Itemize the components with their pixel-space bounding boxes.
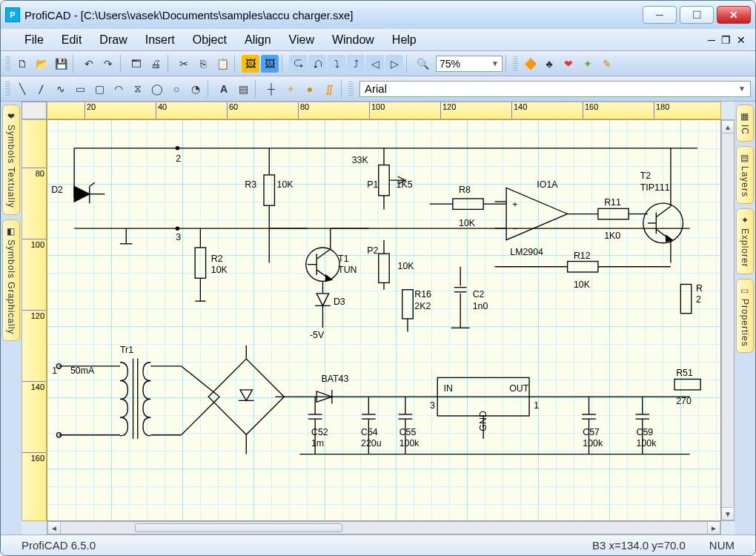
open-icon[interactable]: 📂: [33, 55, 50, 73]
node-add-icon[interactable]: ＋: [282, 80, 299, 98]
svg-text:100k: 100k: [583, 438, 603, 449]
vertical-ruler[interactable]: 80100120140160: [21, 119, 47, 521]
vertical-scrollbar[interactable]: ▲ ▼: [721, 119, 735, 521]
cut-icon[interactable]: ✂: [175, 55, 193, 73]
minimize-button[interactable]: ─: [643, 6, 677, 24]
line-icon[interactable]: ╲: [13, 80, 31, 98]
svg-text:10K: 10K: [398, 261, 415, 271]
svg-text:C57: C57: [583, 427, 600, 437]
image1-icon[interactable]: 🖼: [242, 55, 259, 73]
image2-icon[interactable]: 🖼: [261, 55, 279, 73]
menu-draw[interactable]: Draw: [90, 30, 136, 50]
svg-rect-37: [379, 254, 389, 282]
svg-rect-113: [674, 379, 700, 389]
scroll-left-icon[interactable]: ◄: [47, 522, 61, 534]
menu-edit[interactable]: Edit: [53, 30, 91, 50]
svg-line-80: [182, 366, 220, 397]
redo-icon[interactable]: ↷: [99, 55, 117, 73]
rotate-ccw-icon[interactable]: ⤴: [347, 55, 365, 73]
save-icon[interactable]: 💾: [52, 55, 70, 73]
mirror1-icon[interactable]: ◁: [366, 55, 384, 73]
maximize-button[interactable]: ☐: [680, 6, 714, 24]
rect-icon[interactable]: ▭: [71, 80, 89, 98]
ellipse-icon[interactable]: ◯: [148, 80, 166, 98]
horizontal-ruler[interactable]: 20406080100120140160180: [47, 102, 721, 119]
menu-window[interactable]: Window: [323, 30, 383, 50]
scrollbar-thumb[interactable]: [135, 523, 342, 532]
tab-properties[interactable]: ▭Properties: [736, 279, 754, 354]
scroll-up-icon[interactable]: ▲: [722, 120, 734, 133]
tab-ic[interactable]: ▦IC: [736, 105, 754, 142]
junction-icon[interactable]: ┼: [262, 80, 280, 98]
palette1-icon[interactable]: 🔶: [521, 55, 539, 73]
paste-icon[interactable]: 📋: [213, 55, 231, 73]
menu-help[interactable]: Help: [383, 30, 425, 50]
undo-icon[interactable]: ↶: [80, 55, 98, 73]
print-icon[interactable]: 🖨: [147, 55, 165, 73]
close-button[interactable]: ✕: [717, 6, 751, 24]
tab-symbols-textually[interactable]: ❤Symbols Textually: [2, 105, 20, 215]
flip-h-icon[interactable]: ⮎: [289, 55, 307, 73]
menu-file[interactable]: File: [16, 30, 53, 50]
horizontal-scrollbar[interactable]: ◄ ►: [47, 521, 721, 535]
grid-icon: ◧: [7, 226, 16, 236]
tab-layers[interactable]: ▤Layers: [736, 146, 754, 204]
mdi-controls[interactable]: ─❐✕: [706, 34, 748, 46]
zoom-combo[interactable]: 75%▼: [436, 56, 503, 72]
curve-icon[interactable]: ∿: [52, 80, 70, 98]
hourglass-icon[interactable]: ⧖: [129, 80, 147, 98]
svg-rect-27: [195, 248, 205, 278]
palette3-icon[interactable]: ❤: [560, 55, 577, 73]
palette4-icon[interactable]: ✦: [579, 55, 597, 73]
svg-text:10K: 10K: [574, 279, 591, 290]
roundrect-icon[interactable]: ▢: [90, 80, 108, 98]
menu-object[interactable]: Object: [184, 30, 236, 50]
tab-label: IC: [740, 125, 750, 135]
schematic: +−: [47, 120, 720, 520]
menu-align[interactable]: Align: [236, 30, 280, 50]
svg-text:R51: R51: [676, 368, 693, 378]
titlebar[interactable]: P ProfiCAD - [C:\Users\vasek\Documents\s…: [1, 1, 755, 29]
pie-icon[interactable]: ◔: [187, 80, 205, 98]
window-title: ProfiCAD - [C:\Users\vasek\Documents\sam…: [24, 9, 643, 21]
palette2-icon[interactable]: ♣: [540, 55, 558, 73]
svg-text:50mA: 50mA: [70, 365, 95, 376]
left-panel-tabs: ❤Symbols Textually ◧Symbols Graphically: [1, 102, 21, 535]
drawing-canvas[interactable]: +−: [47, 119, 721, 521]
circle-icon[interactable]: ○: [168, 80, 185, 98]
text-icon[interactable]: A: [215, 80, 233, 98]
menubar: File Edit Draw Insert Object Align View …: [1, 29, 755, 51]
grip-icon[interactable]: [5, 56, 10, 71]
textblock-icon[interactable]: ▤: [234, 80, 252, 98]
copy-icon[interactable]: ⎘: [194, 55, 212, 73]
svg-text:10K: 10K: [211, 265, 228, 275]
tab-symbols-graphically[interactable]: ◧Symbols Graphically: [2, 219, 20, 341]
menu-view[interactable]: View: [280, 30, 323, 50]
flip-v-icon[interactable]: ⮏: [308, 55, 326, 73]
print-preview-icon[interactable]: 🗔: [127, 55, 145, 73]
svg-text:TIP111: TIP111: [640, 182, 670, 193]
wire-icon[interactable]: ∬: [320, 80, 338, 98]
grip-icon[interactable]: [348, 82, 354, 96]
svg-text:C59: C59: [637, 427, 654, 437]
font-combo[interactable]: Arial▼: [359, 81, 751, 97]
svg-marker-3: [74, 186, 90, 202]
arc-icon[interactable]: ◠: [110, 80, 127, 98]
scroll-right-icon[interactable]: ►: [707, 522, 720, 534]
node-dot-icon[interactable]: ●: [301, 80, 319, 98]
svg-line-81: [182, 397, 220, 435]
svg-text:D3: D3: [334, 297, 345, 307]
svg-point-8: [176, 227, 179, 230]
grip-icon[interactable]: [5, 82, 10, 96]
palette5-icon[interactable]: ✎: [598, 55, 616, 73]
menu-insert[interactable]: Insert: [136, 30, 184, 50]
grip-icon[interactable]: [513, 56, 518, 71]
font-value: Arial: [365, 82, 387, 95]
tab-explorer[interactable]: ✦Explorer: [736, 208, 754, 274]
scroll-down-icon[interactable]: ▼: [722, 507, 734, 520]
polyline-icon[interactable]: 〳: [33, 80, 50, 98]
zoom-icon[interactable]: 🔍: [414, 55, 431, 73]
new-icon[interactable]: 🗋: [13, 55, 31, 73]
rotate-cw-icon[interactable]: ⤵: [328, 55, 345, 73]
mirror2-icon[interactable]: ▷: [385, 55, 403, 73]
